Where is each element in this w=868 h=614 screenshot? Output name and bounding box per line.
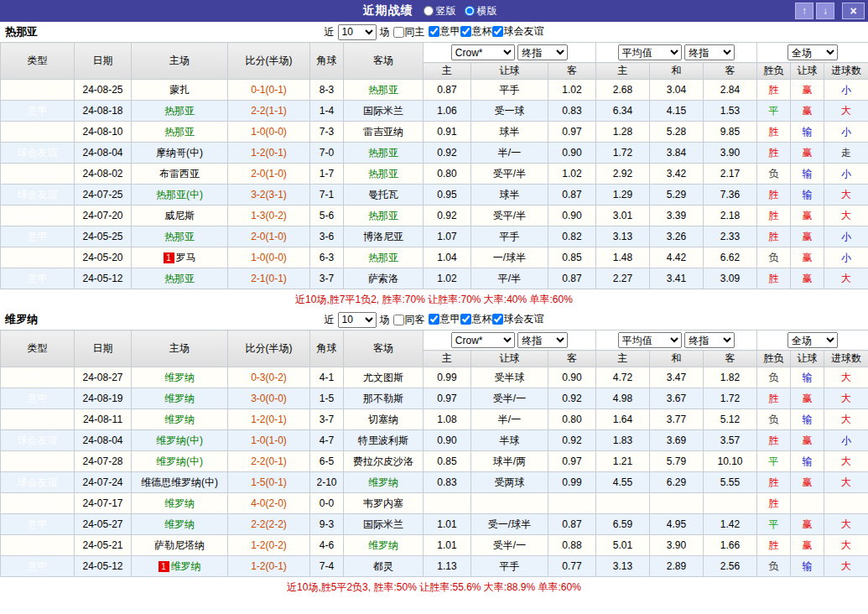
- result-cell: 胜: [757, 430, 791, 451]
- col-score: 比分(半场): [228, 43, 310, 80]
- euro-away-odds-cell: 3.09: [704, 268, 757, 289]
- layout-radio[interactable]: [424, 6, 434, 16]
- team-name-text: 维罗纳(中): [156, 434, 203, 446]
- home-team-cell: 威尼斯: [132, 206, 228, 226]
- away-team-cell: 博洛尼亚: [344, 226, 424, 247]
- euro-home-odds-cell: 1.83: [596, 430, 650, 451]
- asian-source-select[interactable]: Crow*: [451, 44, 515, 60]
- asian-away-odds-cell: 0.87: [548, 185, 596, 206]
- asian-time-select[interactable]: 终指: [517, 44, 568, 60]
- euro-home-odds-cell: 3.01: [596, 206, 650, 226]
- away-team-cell: 热那亚: [344, 247, 424, 268]
- same-venue-filter[interactable]: 同客: [393, 313, 425, 327]
- league-checkbox[interactable]: [429, 314, 439, 325]
- match-date-cell: 24-07-20: [75, 206, 132, 226]
- handicap-result-cell: 赢: [791, 226, 824, 247]
- league-filter[interactable]: 意甲: [429, 24, 460, 39]
- euro-source-select[interactable]: 平均值: [618, 44, 682, 60]
- league-checkbox[interactable]: [492, 314, 503, 325]
- league-filter[interactable]: 意甲: [429, 312, 460, 326]
- euro-away-odds-cell: 10.10: [704, 451, 757, 472]
- euro-away-odds-cell: 1.82: [704, 367, 757, 388]
- home-team-cell: 1维罗纳: [132, 556, 228, 577]
- same-venue-checkbox[interactable]: [393, 315, 404, 325]
- asian-away-odds-cell: 0.88: [548, 535, 596, 556]
- away-team-cell: 国际米兰: [344, 514, 424, 535]
- asian-home-odds-cell: 1.08: [424, 409, 471, 430]
- scope-select[interactable]: 全场: [787, 44, 838, 60]
- goals-cell: 大: [824, 409, 868, 430]
- euro-draw-odds-cell: 5.29: [650, 185, 704, 206]
- league-label: 意杯: [472, 24, 492, 39]
- result-cell: 负: [757, 164, 791, 185]
- match-date-cell: 24-08-27: [75, 367, 132, 388]
- match-row: 球会友谊24-07-28维罗纳(中)2-2(0-1)6-5费拉尔皮沙洛0.85球…: [1, 451, 868, 472]
- handicap-cell: [471, 493, 548, 514]
- asian-away-odds-cell: 0.80: [548, 409, 596, 430]
- away-team-cell: 热那亚: [344, 143, 424, 164]
- match-row: 意甲24-05-201罗马1-0(0-0)6-3热那亚1.04一/球半0.851…: [1, 247, 868, 268]
- result-cell: 负: [757, 247, 791, 268]
- asian-home-odds-cell: 0.99: [424, 367, 471, 388]
- match-count-select[interactable]: 10: [338, 24, 377, 40]
- match-date-cell: 24-08-18: [75, 101, 132, 122]
- down-arrow-icon: ↓: [823, 5, 828, 17]
- league-label: 意甲: [440, 24, 460, 39]
- asian-source-select[interactable]: Crow*: [451, 332, 515, 348]
- euro-away-odds-cell: 2.33: [704, 226, 757, 247]
- close-button[interactable]: ×: [842, 3, 865, 19]
- league-filter[interactable]: 球会友谊: [492, 24, 544, 39]
- league-checkbox[interactable]: [460, 314, 471, 325]
- move-up-button[interactable]: ↑: [795, 3, 813, 19]
- col-type: 类型: [1, 43, 75, 80]
- match-date-cell: 24-05-27: [75, 514, 132, 535]
- euro-away-odds-cell: 1.72: [704, 388, 757, 409]
- asian-home-odds-cell: 1.07: [424, 226, 471, 247]
- league-checkbox[interactable]: [460, 26, 471, 37]
- team-name-text: 维罗纳: [368, 476, 398, 488]
- scope-selector: 全场: [757, 330, 868, 351]
- euro-time-select[interactable]: 终指: [684, 44, 735, 60]
- goals-cell: 小: [824, 164, 868, 185]
- col-goals: 进球数: [824, 63, 868, 80]
- match-row: 意甲24-05-27维罗纳2-2(2-2)9-3国际米兰1.01受一/球半0.8…: [1, 514, 868, 535]
- asian-home-odds-cell: 1.01: [424, 535, 471, 556]
- euro-draw-odds-cell: 5.28: [650, 122, 704, 143]
- same-venue-label: 同客: [405, 313, 425, 327]
- league-checkbox[interactable]: [492, 26, 503, 37]
- layout-option[interactable]: 横版: [465, 4, 497, 18]
- asian-away-odds-cell: 0.92: [548, 388, 596, 409]
- asian-time-select[interactable]: 终指: [517, 332, 568, 348]
- match-row: 意甲24-05-12热那亚2-1(0-1)3-7萨索洛1.02平/半0.872.…: [1, 268, 868, 289]
- match-row: 意甲24-08-19维罗纳3-0(0-0)1-5那不勒斯0.97受半/一0.92…: [1, 388, 868, 409]
- league-checkbox[interactable]: [429, 26, 439, 37]
- asian-home-odds-cell: 0.92: [424, 206, 471, 226]
- same-venue-filter[interactable]: 同主: [393, 25, 425, 39]
- home-team-cell: 维罗纳: [132, 493, 228, 514]
- euro-time-select[interactable]: 终指: [684, 332, 735, 348]
- handicap-cell: 球半: [471, 122, 548, 143]
- away-team-cell: 尤文图斯: [344, 367, 424, 388]
- league-filter[interactable]: 意杯: [460, 24, 492, 39]
- home-team-cell: 维罗纳: [132, 367, 228, 388]
- move-down-button[interactable]: ↓: [816, 3, 834, 19]
- team-name-text: 热那亚(中): [156, 189, 203, 200]
- score-cell: 1-0(0-0): [228, 247, 310, 268]
- layout-option[interactable]: 竖版: [424, 4, 456, 18]
- away-team-cell: 萨索洛: [344, 268, 424, 289]
- layout-radio[interactable]: [465, 6, 475, 16]
- match-count-select[interactable]: 10: [338, 312, 377, 328]
- same-venue-checkbox[interactable]: [393, 27, 404, 38]
- euro-source-select[interactable]: 平均值: [618, 332, 682, 348]
- scope-select[interactable]: 全场: [787, 332, 838, 348]
- match-date-cell: 24-08-02: [75, 164, 132, 185]
- league-filter[interactable]: 球会友谊: [492, 312, 544, 326]
- league-filter[interactable]: 意杯: [460, 312, 492, 326]
- corner-cell: 6-5: [310, 451, 344, 472]
- goals-cell: 大: [824, 556, 868, 577]
- team-name-text: 国际米兰: [363, 105, 403, 117]
- handicap-result-cell: 赢: [791, 143, 824, 164]
- col-date: 日期: [75, 330, 132, 367]
- team-name-text: 费拉尔皮沙洛: [353, 455, 413, 467]
- match-row: 意甲24-08-18热那亚2-2(1-1)1-4国际米兰1.06受一球0.836…: [1, 101, 868, 122]
